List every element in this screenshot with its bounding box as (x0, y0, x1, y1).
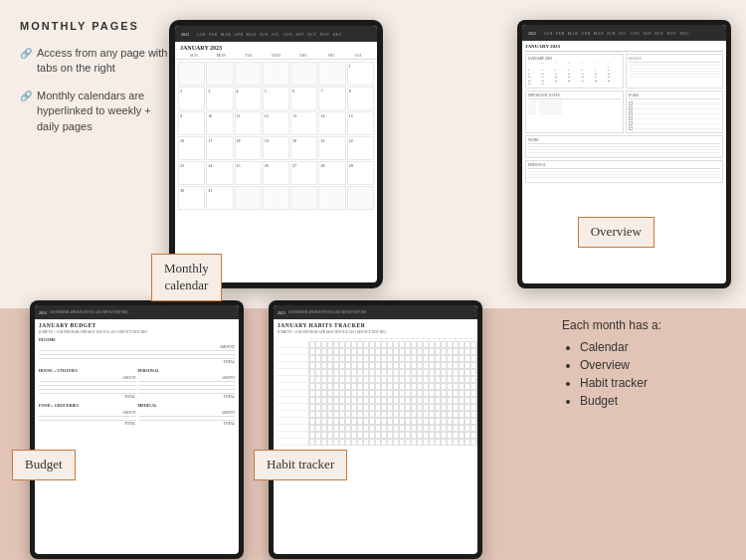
budget-total: TOTAL (39, 421, 136, 427)
label-monthly-calendar: Monthlycalendar (151, 254, 222, 301)
nav-tab-jun[interactable]: JUN (260, 32, 269, 37)
cal-cell: 21 (318, 136, 345, 160)
cal-cell: 7 (318, 87, 345, 110)
habit-row (278, 432, 473, 439)
cal-cell: 28 (318, 161, 345, 185)
habit-cell (476, 376, 477, 383)
day-fri: FRI (317, 53, 345, 58)
nav-tab-nov[interactable]: NOV (319, 32, 329, 37)
habit-cell (476, 383, 477, 390)
nav-tab-jan[interactable]: JAN (197, 32, 206, 37)
overview-title: JANUARY 2023 (525, 44, 723, 52)
cal-cell: 15 (347, 111, 374, 135)
budget-row: AMOUNT (39, 409, 136, 417)
budget-content: JANUARY BUDGET JUMP TO > JAN FEB MAR APR… (35, 319, 239, 430)
nav-tab-apr[interactable]: APR (234, 32, 243, 37)
cal-cell (178, 62, 205, 86)
nav-tab-dec[interactable]: DEC (333, 32, 343, 37)
link-icon-2: 🔗 (20, 90, 32, 103)
budget-jump: JUMP TO > JAN FEB MAR APR MAY JUN JUL AU… (39, 330, 235, 334)
budget-nav: 2023 JAN FEB MAR APR MAY JUN JUL AUG SEP… (35, 305, 239, 319)
right-info-panel: Each month has a: Calendar Overview Habi… (562, 318, 726, 412)
cal-cell (263, 186, 289, 210)
nav-tab-jul[interactable]: JUL (272, 32, 280, 37)
overview-goals: GOALS (626, 54, 724, 89)
habit-row (278, 383, 473, 390)
calendar-nav-tabs: JAN FEB MAR APR MAY JUN JUL AUG SEP OCT … (197, 32, 342, 37)
habit-cell (476, 404, 477, 411)
cal-cell (263, 62, 289, 86)
tablet-budget: 2023 JAN FEB MAR APR MAY JUN JUL AUG SEP… (30, 300, 244, 559)
habit-row (278, 362, 473, 369)
cal-cell: 8 (347, 87, 374, 110)
cal-cell: 26 (263, 161, 289, 185)
overview-personal: PERSONAL (525, 160, 723, 183)
cal-cell (235, 186, 262, 210)
overview-content: JANUARY 2023 JANUARY 2023 SMTWTFS 1 2345… (522, 41, 726, 186)
cal-cell: 29 (347, 161, 374, 185)
section-title: MONTHLY PAGES (20, 20, 174, 32)
habit-cell (476, 369, 477, 376)
cal-cell: 2 (178, 87, 205, 110)
right-panel-list: Calendar Overview Habit tracker Budget (562, 340, 726, 408)
label-budget-text: Budget (25, 457, 63, 471)
habit-row (278, 341, 473, 348)
bullet-hyperlink: 🔗 Monthly calendars are hyperlinked to w… (20, 89, 174, 134)
overview-nav: 2023 JAN FEB MAR APR MAY JUN JUL AUG SEP… (522, 25, 726, 41)
budget-screen: 2023 JAN FEB MAR APR MAY JUN JUL AUG SEP… (35, 305, 239, 554)
habit-cell (476, 418, 477, 425)
right-panel-title: Each month has a: (562, 318, 726, 332)
cal-cell: 19 (263, 136, 289, 160)
nav-tab-feb[interactable]: FEB (209, 32, 218, 37)
important-dates-label: IMPORTANT DATES (528, 93, 621, 99)
cal-cell: 4 (235, 87, 262, 110)
habit-cell (476, 355, 477, 362)
habit-cell (476, 425, 477, 432)
cal-cell: 18 (235, 136, 262, 160)
nav-tab-mar[interactable]: MAR (221, 32, 232, 37)
habit-cell (476, 341, 477, 348)
calendar-screen: 2023 JAN FEB MAR APR MAY JUN JUL AUG SEP… (175, 26, 377, 282)
budget-row: AMOUNT (39, 374, 136, 382)
nav-tab-oct[interactable]: OCT (307, 32, 317, 37)
cal-cell (290, 62, 317, 86)
habit-row (278, 390, 473, 397)
tablet-main-calendar: 2023 JAN FEB MAR APR MAY JUN JUL AUG SEP… (169, 20, 383, 288)
label-overview: Overview (578, 217, 654, 248)
calendar-year-label: 2023 (181, 32, 189, 37)
overview-tasks: TASKS (626, 91, 724, 133)
cal-cell: 22 (347, 136, 374, 160)
tasks-label: TASKS (629, 93, 721, 99)
cal-cell (318, 186, 345, 210)
budget-house-title: HOUSE + UTILITIES (39, 368, 136, 373)
nav-tab-aug[interactable]: AUG (282, 32, 292, 37)
habit-jump: JUMP TO > JAN FEB MAR APR MAY JUN JUL AU… (278, 330, 473, 334)
day-sat: SAT (344, 53, 372, 58)
bullet-text-2: Monthly calendars are hyperlinked to wee… (37, 89, 174, 134)
left-panel: MONTHLY PAGES 🔗 Access from any page wit… (20, 20, 174, 146)
nav-tab-sep[interactable]: SEP (295, 32, 303, 37)
habit-screen: 2023 JAN FEB MAR APR MAY JUN JUL AUG SEP… (274, 305, 477, 554)
list-item-budget: Budget (580, 394, 726, 408)
day-tue: TUE (235, 53, 263, 58)
budget-row: AMOUNT (138, 409, 236, 417)
habit-cell (476, 432, 477, 439)
overview-mini-cal-title: JANUARY 2023 (528, 57, 621, 61)
cal-cell: 3 (206, 87, 233, 110)
personal-label: PERSONAL (528, 163, 720, 169)
cal-cell: 31 (206, 186, 233, 210)
budget-food-section: FOOD + GROCERIES AMOUNT TOTAL MEDICAL AM… (39, 400, 235, 427)
habit-nav: 2023 JAN FEB MAR APR MAY JUN JUL AUG SEP… (274, 305, 477, 319)
overview-bottom-sections: WORK PERSONAL (525, 135, 723, 183)
habit-rows (278, 341, 473, 446)
nav-tab-may[interactable]: MAY (247, 32, 257, 37)
day-thu: THU (289, 53, 317, 58)
habit-cell (476, 439, 477, 446)
label-habit-tracker: Habit tracker (254, 450, 347, 480)
budget-medical-title: MEDICAL (138, 403, 236, 408)
habit-row (278, 376, 473, 383)
cal-cell (290, 186, 317, 210)
budget-row: AMOUNT (138, 374, 236, 382)
cal-cell: 10 (206, 111, 233, 135)
overview-top-sections: JANUARY 2023 SMTWTFS 1 2345678 910111213… (525, 54, 723, 89)
